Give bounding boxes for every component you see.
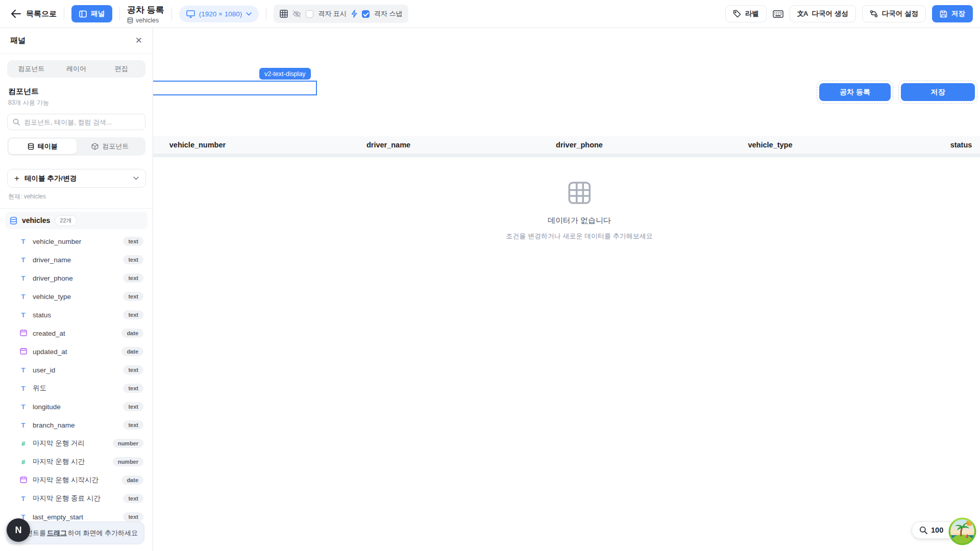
database-icon xyxy=(10,217,17,224)
field-item[interactable]: T # created_at date xyxy=(5,324,148,342)
text-field-icon: T xyxy=(21,238,26,245)
divider xyxy=(0,208,153,209)
search-input[interactable] xyxy=(24,118,140,126)
monitor-icon xyxy=(186,10,195,18)
add-table-button[interactable]: + 테이블 추가/변경 xyxy=(7,169,146,188)
workflow-icon xyxy=(870,10,878,18)
grid-controls: 격자 표시 격자 스냅 xyxy=(274,5,408,23)
canvas-save-button[interactable]: 저장 xyxy=(901,83,975,101)
field-item[interactable]: T # driver_name text xyxy=(5,251,148,269)
divider xyxy=(64,7,64,20)
selected-component-badge: v2-text-display xyxy=(259,68,311,80)
toggle-components[interactable]: 컴포넌트 xyxy=(77,139,144,154)
field-item[interactable]: T # vehicle_number text xyxy=(5,232,148,251)
field-type-badge: text xyxy=(123,420,143,430)
table-column-header[interactable]: vehicle_type xyxy=(675,141,866,149)
divider xyxy=(266,7,266,20)
toggle-tables[interactable]: 테이블 xyxy=(9,139,77,154)
back-to-list-button[interactable]: 목록으로 xyxy=(11,9,57,19)
chevron-down-icon xyxy=(133,177,139,180)
translate-icon: 文A xyxy=(797,9,807,18)
field-name: branch_name xyxy=(33,421,123,429)
field-type-badge: text xyxy=(123,384,143,393)
field-type-badge: text xyxy=(123,273,143,283)
label-button[interactable]: 라벨 xyxy=(725,5,767,22)
field-item[interactable]: T # vehicle_type text xyxy=(5,287,148,306)
field-type-badge: date xyxy=(121,347,143,356)
table-column-header[interactable]: vehicle_number xyxy=(153,141,293,149)
design-canvas[interactable]: v2-text-display 공차 등록 저장 vehicle_numberd… xyxy=(153,28,980,551)
field-item[interactable]: T # 위도 text xyxy=(5,379,148,397)
table-item-vehicles[interactable]: vehicles 22개 xyxy=(5,212,148,229)
field-name: 마지막 운행 거리 xyxy=(33,439,113,448)
field-type-badge: text xyxy=(123,494,143,503)
number-field-icon: # xyxy=(21,458,25,466)
field-item[interactable]: T # driver_phone text xyxy=(5,269,148,287)
database-icon xyxy=(28,143,34,150)
page-title: 공차 등록 xyxy=(127,4,164,16)
date-field-icon xyxy=(20,347,27,356)
field-name: user_id xyxy=(33,366,123,374)
field-item[interactable]: T # user_id text xyxy=(5,361,148,379)
panel-tab[interactable]: 레이어 xyxy=(54,62,99,76)
panel-tab[interactable]: 편집 xyxy=(99,62,144,76)
components-section-title: 컴포넌트 xyxy=(8,87,144,96)
tag-icon xyxy=(733,10,741,18)
save-icon xyxy=(940,10,947,18)
field-name: 위도 xyxy=(33,384,123,393)
i18n-settings-button[interactable]: 다국어 설정 xyxy=(862,5,926,22)
field-item[interactable]: T # updated_at date xyxy=(5,342,148,361)
canvas-register-button[interactable]: 공차 등록 xyxy=(819,83,891,101)
grid-snap-checkbox[interactable] xyxy=(362,10,370,18)
floating-n-button[interactable]: N xyxy=(7,518,30,542)
field-name: updated_at xyxy=(33,348,121,356)
grid-show-checkbox[interactable] xyxy=(306,10,313,18)
field-name: longitude xyxy=(33,403,123,411)
table-column-header[interactable]: status xyxy=(866,141,980,149)
island-theme-icon[interactable] xyxy=(948,517,977,546)
field-name: 마지막 운행 시작시간 xyxy=(33,475,121,485)
field-item[interactable]: T # 마지막 운행 종료 시간 text xyxy=(5,489,148,508)
eye-off-icon xyxy=(292,10,301,18)
divider xyxy=(119,7,120,20)
field-item[interactable]: T # branch_name text xyxy=(5,416,148,434)
field-name: status xyxy=(33,311,123,319)
component-search[interactable] xyxy=(7,114,145,130)
keyboard-shortcuts-button[interactable] xyxy=(773,10,783,18)
plus-icon: + xyxy=(14,173,19,184)
table-header-row: vehicle_numberdriver_namedriver_phoneveh… xyxy=(153,136,980,154)
panel-tab[interactable]: 컴포넌트 xyxy=(9,62,54,76)
panel-toggle-button[interactable]: 패널 xyxy=(71,5,112,22)
source-toggle: 테이블 컴포넌트 xyxy=(7,137,145,156)
field-item[interactable]: T # 마지막 운행 시간 number xyxy=(5,453,148,471)
close-icon[interactable]: ✕ xyxy=(135,36,142,45)
panel-tabs: 컴포넌트레이어편집 xyxy=(7,60,145,78)
table-name: vehicles xyxy=(22,216,50,224)
field-item[interactable]: T # longitude text xyxy=(5,397,148,416)
empty-state-subtitle: 조건을 변경하거나 새로운 데이터를 추가해보세요 xyxy=(506,232,652,241)
package-icon xyxy=(91,143,99,150)
grid-show-label: 격자 표시 xyxy=(318,9,347,18)
text-field-icon: T xyxy=(21,274,26,282)
field-item[interactable]: T # 마지막 운행 거리 number xyxy=(5,434,148,453)
save-button[interactable]: 저장 xyxy=(932,5,973,22)
table-column-header[interactable]: driver_phone xyxy=(484,141,675,149)
field-item[interactable]: T # 마지막 운행 시작시간 date xyxy=(5,471,148,489)
empty-state: 데이터가 없습니다 조건을 변경하거나 새로운 데이터를 추가해보세요 xyxy=(506,181,652,241)
field-type-badge: text xyxy=(123,255,143,264)
table-column-header[interactable]: driver_name xyxy=(293,141,484,149)
text-field-icon: T xyxy=(21,385,26,392)
field-item[interactable]: T # status text xyxy=(5,306,148,324)
field-name: last_empty_start xyxy=(33,513,123,521)
field-type-badge: text xyxy=(123,512,143,521)
text-field-icon: T xyxy=(21,293,26,300)
field-type-badge: date xyxy=(121,329,143,338)
search-icon xyxy=(13,118,20,126)
i18n-generate-button[interactable]: 文A 다국어 생성 xyxy=(790,5,856,22)
field-name: 마지막 운행 종료 시간 xyxy=(33,494,123,503)
panel-title: 패널 xyxy=(10,36,26,45)
selected-text-display-component[interactable] xyxy=(153,81,317,95)
field-name: 마지막 운행 시간 xyxy=(33,457,113,466)
number-field-icon: # xyxy=(21,440,25,447)
resolution-selector[interactable]: (980 × 551) xyxy=(179,6,259,22)
